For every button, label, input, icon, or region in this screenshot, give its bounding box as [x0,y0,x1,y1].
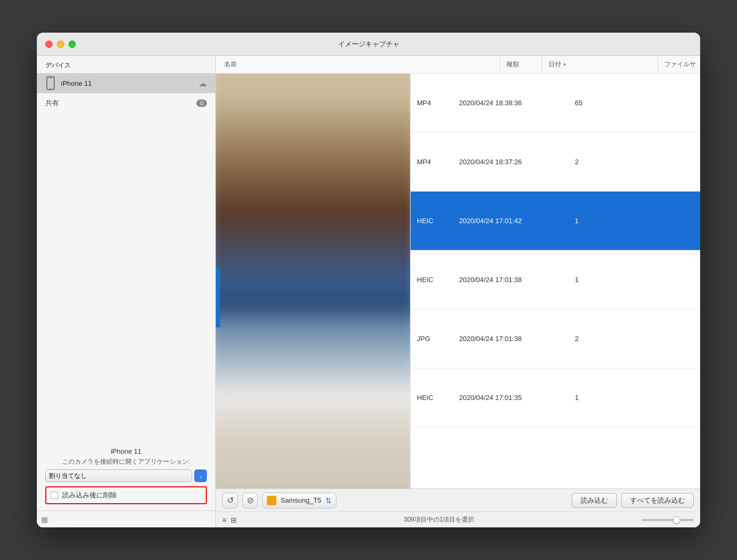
col-type-header[interactable]: 種類 [500,56,542,73]
file-date: 2020/04/24 18:38:36 [453,99,569,107]
file-size: 1 [569,276,611,284]
destination-label: Samsung_T5 [281,496,321,504]
app-dropdown[interactable]: 割り当てなし [45,469,192,482]
table-row[interactable]: HEIC 2020/04/24 17:01:42 1 [411,192,700,251]
slider-thumb[interactable] [673,516,680,524]
iphone-label: iPhone 11 [61,79,198,87]
file-size: 1 [569,394,611,402]
devices-section-header: デバイス [37,56,215,73]
table-row[interactable]: MP4 2020/04/24 18:37:26 2 [411,133,700,192]
file-date: 2020/04/24 17:01:38 [453,276,569,284]
file-type: MP4 [411,99,453,107]
cloud-icon: ☁ [198,78,207,88]
sidebar-bottom-bar: ▦ [37,511,215,527]
camera-app-label: このカメラを接続時に開くアプリケーション: [45,457,207,466]
title-bar: イメージキャプチャ [37,33,700,56]
file-date: 2020/04/24 17:01:35 [453,394,569,402]
iphone-icon [45,76,56,90]
file-type: HEIC [411,217,453,225]
file-size: 65 [569,99,611,107]
table-row[interactable]: MP4 2020/04/24 18:38:36 65 [411,74,700,133]
delete-after-import-label: 読み込み後に削除 [62,491,117,500]
file-rows[interactable]: MP4 2020/04/24 18:38:36 65 MP4 2020/04/2… [411,74,700,488]
file-date: 2020/04/24 18:37:26 [453,158,569,166]
close-button[interactable] [45,41,53,48]
column-headers: 名前 種類 日付 ▾ ファイルサ [216,56,700,74]
shared-section: 共有 0 [37,93,215,113]
file-type: HEIC [411,394,453,402]
sidebar-bottom-icon[interactable]: ▦ [41,515,48,524]
svg-rect-0 [47,77,54,89]
svg-rect-1 [49,78,52,78]
slider-track [641,519,694,521]
app-window: イメージキャプチャ デバイス iPhone 11 ☁ 共有 0 [37,33,700,527]
dropdown-arrow-button[interactable]: ⌄ [194,469,207,482]
destination-arrows-icon: ⇅ [325,496,332,505]
minimize-button[interactable] [57,41,64,48]
file-type: JPG [411,335,453,343]
selected-highlight [216,268,220,327]
bottom-device-name: iPhone 11 [45,447,207,455]
zoom-slider[interactable] [641,519,694,521]
rotate-button[interactable]: ↺ [222,493,238,508]
col-date-sort-icon: ▾ [563,62,566,67]
status-text: 309項目中の1項目を選択 [241,515,637,524]
file-type: HEIC [411,276,453,284]
sidebar: デバイス iPhone 11 ☁ 共有 0 iPhone 11 [37,56,216,527]
col-name-header[interactable]: 名前 [216,56,500,73]
file-list: MP4 2020/04/24 18:38:36 65 MP4 2020/04/2… [216,74,700,488]
svg-point-2 [50,88,51,89]
delete-after-import-checkbox[interactable] [51,492,58,499]
sidebar-item-iphone[interactable]: iPhone 11 ☁ [37,73,215,93]
file-size: 1 [569,217,611,225]
destination-selector[interactable]: Samsung_T5 ⇅ [262,493,336,508]
view-grid-icon[interactable]: ⊞ [231,516,237,524]
file-size: 2 [569,158,611,166]
shared-label: 共有 [45,98,196,108]
dropdown-row: 割り当てなし ⌄ [45,469,207,482]
status-bar: ≡ ⊞ 309項目中の1項目を選択 [216,512,700,527]
destination-folder-icon [267,496,276,505]
delete-after-import-row: 読み込み後に削除 [45,486,207,504]
table-row[interactable]: HEIC 2020/04/24 17:01:35 1 [411,368,700,427]
table-row[interactable]: JPG 2020/04/24 17:01:38 2 [411,309,700,368]
col-date-header[interactable]: 日付 ▾ [542,56,658,73]
preview-area [216,74,411,488]
window-title: イメージキャプチャ [338,39,400,49]
file-date: 2020/04/24 17:01:42 [453,217,569,225]
table-row[interactable]: HEIC 2020/04/24 17:01:38 1 [411,251,700,309]
maximize-button[interactable] [68,41,76,48]
import-button[interactable]: 読み込む [572,493,617,508]
preview-image [216,74,411,488]
delete-button[interactable]: ⊘ [242,493,258,508]
import-all-button[interactable]: すべてを読み込む [621,493,694,508]
traffic-lights [37,41,76,48]
file-size: 2 [569,335,611,343]
bottom-bar: ↺ ⊘ Samsung_T5 ⇅ 読み込む すべてを読み込む [216,488,700,512]
file-date: 2020/04/24 17:01:38 [453,335,569,343]
right-panel: 名前 種類 日付 ▾ ファイルサ [216,56,700,527]
file-type: MP4 [411,158,453,166]
main-content: デバイス iPhone 11 ☁ 共有 0 iPhone 11 [37,56,700,527]
view-list-icon[interactable]: ≡ [222,516,226,524]
col-filesize-header[interactable]: ファイルサ [658,56,700,73]
device-info: iPhone 11 このカメラを接続時に開くアプリケーション: 割り当てなし ⌄… [37,441,215,511]
shared-badge: 0 [196,99,207,107]
